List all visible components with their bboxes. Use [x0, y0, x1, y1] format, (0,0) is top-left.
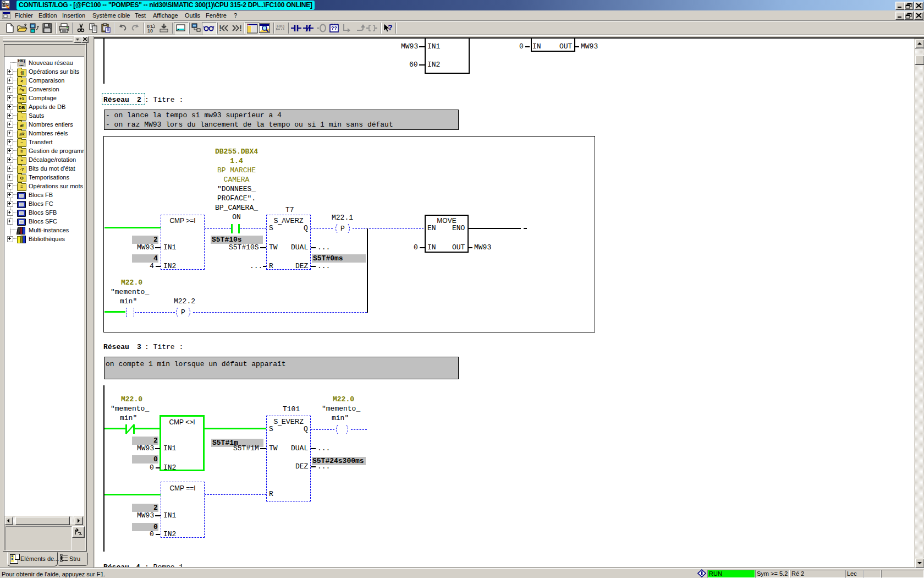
svg-text:10: 10 — [147, 28, 153, 33]
svg-text:P: P — [181, 308, 185, 317]
svg-text:P: P — [340, 225, 345, 233]
svg-text:?: ? — [388, 23, 393, 32]
svg-text:HK): HK) — [277, 24, 285, 29]
svg-text:??: ?? — [331, 26, 337, 31]
svg-text:!: ! — [239, 23, 241, 32]
